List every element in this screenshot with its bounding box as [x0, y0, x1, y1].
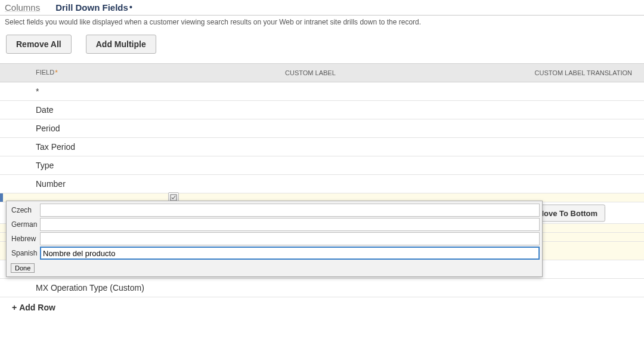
table-header: FIELD* CUSTOM LABEL CUSTOM LABEL TRANSLA… [0, 64, 644, 82]
field-cell: MX Operation Type (Custom) [0, 279, 280, 297]
translation-popup: Czech German Hebrew Spanish Done [6, 201, 543, 277]
field-cell: Date [0, 101, 280, 119]
translation-input-hebrew[interactable] [40, 232, 540, 245]
add-row-button[interactable]: +Add Row [0, 297, 644, 318]
table-row[interactable]: Tax Period [0, 138, 644, 156]
field-cell: Number [0, 175, 280, 193]
field-cell: * [0, 82, 280, 101]
translation-input-german[interactable] [40, 218, 540, 231]
required-star-icon: * [55, 69, 58, 77]
tab-columns[interactable]: Columns [4, 1, 41, 14]
table-row[interactable]: * [0, 82, 644, 101]
unsaved-indicator-icon: • [129, 2, 132, 12]
tab-label: Drill Down Fields [55, 2, 128, 13]
table-row[interactable]: Date [0, 101, 644, 119]
translation-row: Hebrew [9, 232, 540, 245]
table-row[interactable]: Type [0, 156, 644, 175]
translation-row: Czech [9, 204, 540, 217]
help-text: Select fields you would like displayed w… [0, 16, 644, 27]
translation-input-czech[interactable] [40, 204, 540, 217]
table-row[interactable]: Number [0, 175, 644, 193]
lang-label-hebrew: Hebrew [9, 235, 40, 243]
add-multiple-button[interactable]: Add Multiple [86, 35, 156, 54]
remove-all-button[interactable]: Remove All [6, 35, 72, 54]
translation-row: German [9, 218, 540, 231]
done-button[interactable]: Done [11, 263, 35, 273]
tab-drill-down-fields[interactable]: Drill Down Fields• [54, 1, 134, 14]
tab-strip: Columns Drill Down Fields• [0, 0, 644, 16]
table-row[interactable]: MX Operation Type (Custom) [0, 279, 644, 297]
col-header-field: FIELD [36, 69, 54, 76]
col-header-custom-label-translation: CUSTOM LABEL TRANSLATION [435, 64, 644, 82]
field-cell: Type [0, 156, 280, 175]
toolbar: Remove All Add Multiple [0, 27, 644, 63]
add-row-label: Add Row [19, 303, 55, 312]
field-cell: Period [0, 119, 280, 138]
lang-label-spanish: Spanish [9, 249, 40, 257]
lang-label-czech: Czech [9, 206, 40, 214]
plus-icon: + [12, 303, 17, 312]
table-row[interactable]: Period [0, 119, 644, 138]
lang-label-german: German [9, 220, 40, 229]
field-cell: Tax Period [0, 138, 280, 156]
translation-input-spanish[interactable] [40, 247, 540, 260]
col-header-custom-label: CUSTOM LABEL [280, 64, 435, 82]
translation-row: Spanish [9, 247, 540, 260]
